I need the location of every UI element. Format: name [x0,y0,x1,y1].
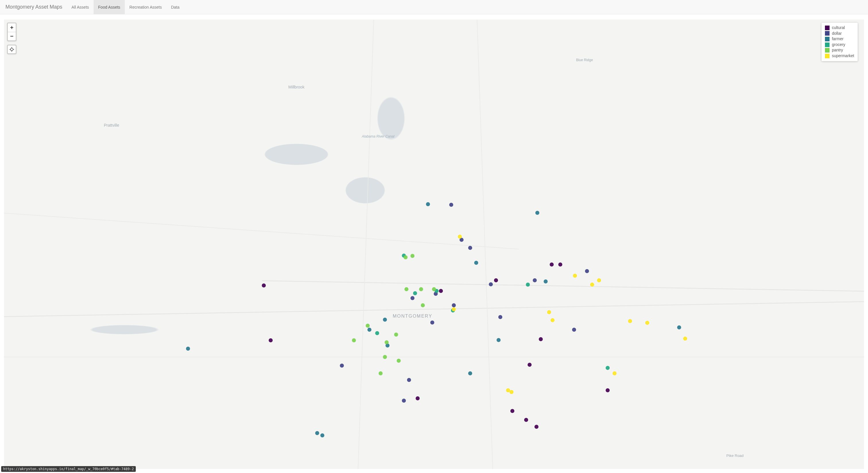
map-marker-pantry[interactable] [410,254,414,258]
map-marker-dollar[interactable] [585,269,589,273]
svg-point-0 [11,48,13,51]
map-road [4,357,864,357]
legend-row-cultural: cultural [825,25,854,31]
status-url-tooltip: https://akryston.shinyapps.io/final_map/… [1,466,136,472]
legend-label: dollar [832,31,842,36]
locate-button[interactable] [7,45,17,54]
map-marker-cultural[interactable] [558,263,562,267]
tab-recreation-assets[interactable]: Recreation Assets [125,0,166,14]
legend-swatch [825,26,830,30]
map-marker-farmer[interactable] [426,202,430,206]
map-marker-cultural[interactable] [534,425,538,429]
map-marker-farmer[interactable] [468,371,472,375]
map-marker-supermarket[interactable] [551,318,555,322]
map-marker-dollar[interactable] [468,246,472,250]
map-container[interactable]: MONTGOMERY Millbrook Prattville Pike Roa… [4,20,864,469]
map-marker-grocery[interactable] [413,291,417,295]
map-marker-supermarket[interactable] [590,283,594,287]
zoom-in-button[interactable]: + [8,23,16,32]
map-marker-dollar[interactable] [407,378,411,382]
map-marker-farmer[interactable] [315,431,319,435]
map-marker-supermarket[interactable] [458,235,462,239]
map-marker-farmer[interactable] [497,338,501,342]
map-marker-dollar[interactable] [410,296,414,300]
legend-label: supermarket [832,53,854,59]
map-marker-cultural[interactable] [606,388,610,392]
map-marker-cultural[interactable] [494,278,498,282]
map-marker-dollar[interactable] [402,398,406,403]
legend-swatch [825,31,830,36]
nav-tabs: All Assets Food Assets Recreation Assets… [67,0,184,14]
map-marker-pantry[interactable] [404,255,408,259]
map-marker-farmer[interactable] [320,433,324,437]
map-marker-farmer[interactable] [474,261,478,265]
map-marker-cultural[interactable] [528,363,532,367]
map-marker-supermarket[interactable] [452,307,456,311]
map-marker-pantry[interactable] [352,338,356,342]
map-label-pike-road: Pike Road [726,453,744,458]
map-marker-cultural[interactable] [415,396,420,400]
legend-row-grocery: grocery [825,42,854,48]
map-marker-pantry[interactable] [394,332,398,336]
map-marker-supermarket[interactable] [547,310,551,314]
map-marker-pantry[interactable] [432,287,436,291]
map-marker-dollar[interactable] [572,328,576,332]
map-marker-cultural[interactable] [510,409,515,413]
map-marker-cultural[interactable] [539,337,543,341]
map-marker-dollar[interactable] [498,315,502,319]
map-marker-dollar[interactable] [449,203,453,207]
map-marker-cultural[interactable] [262,284,266,288]
tab-data[interactable]: Data [166,0,184,14]
map-marker-farmer[interactable] [367,328,371,332]
map-basemap [4,20,864,469]
map-marker-dollar[interactable] [489,282,493,286]
map-marker-supermarket[interactable] [573,274,577,278]
map-marker-grocery[interactable] [606,366,610,370]
map-marker-supermarket[interactable] [683,336,687,341]
map-marker-pantry[interactable] [404,287,408,291]
map-marker-farmer[interactable] [677,325,681,329]
map-marker-dollar[interactable] [452,303,456,307]
map-marker-supermarket[interactable] [597,278,601,282]
map-marker-cultural[interactable] [550,263,554,267]
legend-swatch [825,54,830,58]
map-marker-dollar[interactable] [340,363,344,367]
map-marker-supermarket[interactable] [645,321,649,325]
zoom-out-button[interactable]: − [8,32,16,40]
map-marker-cultural[interactable] [269,338,273,342]
navbar-brand: Montgomery Asset Maps [4,4,63,10]
map-marker-pantry[interactable] [366,324,370,328]
map-marker-supermarket[interactable] [509,390,514,394]
map-label-montgomery: MONTGOMERY [393,314,432,319]
tab-all-assets[interactable]: All Assets [67,0,94,14]
map-marker-farmer[interactable] [186,347,190,351]
map-label-millbrook: Millbrook [288,85,305,89]
map-marker-supermarket[interactable] [613,371,617,375]
zoom-control: + − [7,23,17,41]
legend: culturaldollarfarmergrocerypantrysuperma… [822,23,858,61]
map-marker-supermarket[interactable] [628,319,632,323]
tab-food-assets[interactable]: Food Assets [94,0,125,14]
legend-row-farmer: farmer [825,36,854,42]
map-marker-pantry[interactable] [379,371,383,375]
map-marker-pantry[interactable] [384,340,389,344]
map-marker-cultural[interactable] [439,289,443,293]
legend-swatch [825,37,830,41]
legend-label: cultural [832,25,845,31]
map-marker-farmer[interactable] [535,211,539,215]
map-marker-pantry[interactable] [383,355,387,359]
map-marker-dollar[interactable] [533,278,537,282]
legend-row-supermarket: supermarket [825,53,854,59]
map-marker-farmer[interactable] [544,279,548,284]
map-marker-pantry[interactable] [397,359,401,363]
map-marker-dollar[interactable] [430,321,434,325]
map-marker-pantry[interactable] [421,303,425,307]
map-marker-grocery[interactable] [375,331,379,335]
map-marker-pantry[interactable] [419,287,423,291]
map-marker-farmer[interactable] [383,318,387,322]
map-marker-grocery[interactable] [526,283,530,287]
legend-label: farmer [832,36,843,42]
legend-label: pantry [832,48,843,53]
map-marker-cultural[interactable] [524,418,528,422]
legend-swatch [825,42,830,47]
